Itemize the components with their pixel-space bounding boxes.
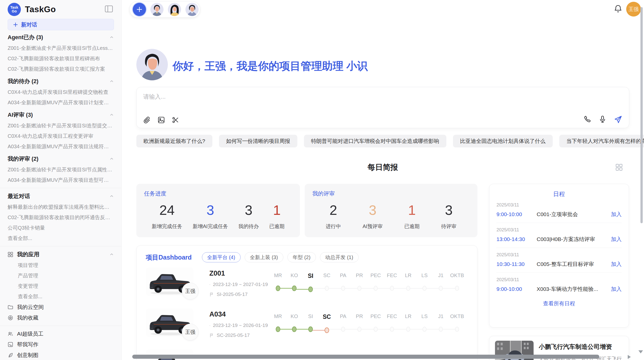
user-avatar[interactable]: 王强	[626, 2, 641, 17]
app-logo-icon: Task Go	[8, 3, 21, 16]
session-avatar-2[interactable]	[168, 3, 181, 16]
sidebar-item[interactable]: 公司Q3轻卡销量	[8, 223, 114, 233]
sidebar-item-feather-icon[interactable]: 创意制图	[8, 350, 114, 360]
sidebar-item[interactable]: 查看全部...	[8, 291, 114, 302]
schedule-time: 9:00-10:00	[496, 286, 537, 292]
project-row[interactable]: 王强 A034 2023-12-19 ~ 2026-01-19 SC-2025-…	[146, 307, 468, 344]
star-icon	[8, 315, 13, 321]
suggestion-chip[interactable]: 特朗普可能对进口汽车增税会对中国车企造成哪些影响	[304, 135, 446, 147]
session-avatar-1[interactable]	[150, 3, 164, 16]
sidebar-item-write-icon[interactable]: 帮我写作	[8, 339, 114, 350]
join-meeting-link[interactable]: 加入	[611, 236, 622, 243]
schedule-item: 2025/03/1113:00-14:30C003|H0B-方案冻结评审加入	[496, 223, 622, 248]
sidebar-section-header[interactable]: 我的待办 (2)	[8, 76, 114, 87]
project-row[interactable]: 王强 Z001 2023-12-19 ~ 2027-01-19 SI-2025-…	[146, 266, 468, 303]
new-session-button[interactable]	[133, 3, 146, 16]
sidebar-item[interactable]: 解释最新出台的欧盟报废车法规再生塑料比例被调至15%...	[8, 202, 114, 212]
chat-input[interactable]	[143, 93, 550, 100]
sidebar-section-header[interactable]: 最近对话	[8, 191, 114, 202]
schedule-card: 日程 2025/03/119:00-10:00C001-立项审批会加入2025/…	[489, 184, 629, 327]
scroll-right-arrow-icon[interactable]	[628, 355, 631, 359]
image-icon[interactable]	[157, 116, 165, 124]
dashboard-filter-tab[interactable]: 动总开发 (1)	[320, 252, 359, 262]
schedule-time: 13:00-14:30	[496, 236, 537, 242]
project-dates: 2023-12-19 ~ 2026-01-19	[213, 323, 268, 328]
greeting-text: 你好，王强，我是你的项目管理助理 小识	[172, 59, 368, 73]
milestone-dot-pending	[357, 286, 361, 291]
sidebar-item[interactable]: A034-全新新能源MUV产品开发项目造型可行性评审	[8, 175, 114, 185]
milestone-MR: MR	[270, 273, 286, 292]
sidebar-item[interactable]: Z001-全新燃油轻卡产品开发项目SI造型提交物评审	[8, 121, 114, 131]
suggestion-chip[interactable]: 如何写一份清晰的项目周报	[219, 135, 297, 147]
plus-icon	[13, 22, 18, 27]
attachment-icon[interactable]	[143, 116, 151, 124]
milestone-dot-pending	[422, 286, 427, 291]
session-avatar-3[interactable]	[185, 3, 199, 16]
schedule-date: 2025/03/11	[496, 277, 622, 282]
task-progress-stats: 24新增完成任务3新增AI完成任务3我的待办1已逾期	[144, 202, 292, 230]
sidebar-section-header[interactable]: Agent已办 (3)	[8, 32, 114, 43]
milestone-LS: LS	[416, 313, 433, 333]
assistant-avatar	[136, 49, 168, 80]
milestone-PEC: PEC	[368, 313, 384, 333]
divider	[0, 246, 121, 246]
milestone-J1: J1	[433, 313, 449, 333]
sidebar-section-header[interactable]: 我的应用	[8, 249, 114, 260]
sidebar-item[interactable]: 查看全部...	[8, 233, 114, 244]
milestone-J1: J1	[433, 273, 449, 292]
sidebar-item[interactable]: Z001-全新燃油轻卡产品开发项目SI节点属性5D文件评审	[8, 164, 114, 175]
sidebar-item[interactable]: C0X4-动力总成开发项目工程变更评审	[8, 131, 114, 141]
sidebar-item[interactable]: C0X4-动力总成开发项目SI里程碑提交物检查	[8, 87, 114, 97]
view-all-schedule-link[interactable]: 查看所有日程	[543, 300, 575, 307]
sidebar-item-folder-icon[interactable]: 我的云空间	[8, 302, 114, 312]
sidebar-item[interactable]: 变更管理	[8, 281, 114, 291]
schedule-event-name: X003-车辆动力学性能验...	[537, 286, 611, 293]
feather-icon	[8, 352, 13, 358]
schedule-item: 2025/03/119:00-10:00X003-车辆动力学性能验...加入	[496, 273, 622, 297]
milestone-chain: MRKOSISCPAPRPECFECLRLSJ1OKTB	[270, 273, 465, 292]
sidebar-item[interactable]: A034-全新新能源MUV产品开发项目法规符合性评审	[8, 141, 114, 152]
send-icon[interactable]	[614, 115, 622, 124]
suggestion-chip[interactable]: 当下年轻人对汽车外观有怎样的喜好趋势	[559, 135, 644, 147]
sidebar-item[interactable]: A034-全新新能源MUV产品开发项目计划变更表编写	[8, 97, 114, 108]
new-chat-button[interactable]: 新对话	[8, 19, 114, 30]
notification-bell-icon[interactable]	[613, 4, 623, 13]
session-switcher	[129, 1, 200, 18]
sidebar-item[interactable]: Z001-全新燃油皮卡产品开发项目SI节点Lesson Learn报告	[8, 43, 114, 53]
project-owner-badge: 王强	[182, 283, 199, 299]
sidebar-section-header[interactable]: 我的评审 (2)	[8, 153, 114, 164]
milestone-PEC: PEC	[368, 273, 384, 292]
microphone-icon[interactable]	[598, 115, 607, 124]
milestone-dot-done	[308, 287, 313, 292]
suggestion-chip[interactable]: 欧洲新规最近颁布了什么?	[136, 135, 212, 147]
layout-grid-icon[interactable]	[615, 163, 623, 171]
milestone-dot-pending	[357, 327, 361, 332]
suggestion-chip[interactable]: 比亚迪全固态电池计划具体说了什么	[453, 135, 553, 147]
divider	[0, 188, 121, 188]
dashboard-header: 项目Dashboard 全新平台 (4)全新上装 (3)年型 (2)动总开发 (…	[146, 252, 468, 262]
sidebar-item[interactable]: C02-飞腾新能源轻客改款项目立项汇报方案	[8, 64, 114, 74]
sidebar-item[interactable]: 产品管理	[8, 271, 114, 281]
milestone-dot-pending	[439, 327, 443, 332]
sidebar-item[interactable]: 项目管理	[8, 260, 114, 271]
sidebar-item-people-icon[interactable]: AI超级员工	[8, 328, 114, 339]
scroll-down-arrow-icon[interactable]	[638, 350, 643, 353]
join-meeting-link[interactable]: 加入	[611, 261, 622, 268]
dashboard-filter-tab[interactable]: 全新上装 (3)	[245, 252, 283, 262]
milestone-LR: LR	[400, 273, 416, 292]
vertical-scrollbar[interactable]	[640, 7, 643, 223]
sidebar-section-header[interactable]: AI评审 (3)	[8, 109, 114, 121]
join-meeting-link[interactable]: 加入	[611, 286, 622, 293]
sidebar-item[interactable]: C02-飞腾新能源轻客改款项目的闭环通告反馈情况	[8, 212, 114, 223]
join-meeting-link[interactable]: 加入	[611, 211, 622, 218]
horizontal-scrollbar[interactable]	[132, 355, 599, 359]
milestone-SC: SC	[319, 313, 335, 333]
scissors-icon[interactable]	[172, 116, 179, 124]
sidebar-collapse-icon[interactable]	[105, 5, 113, 13]
dashboard-filter-tab[interactable]: 全新平台 (4)	[202, 252, 241, 262]
dashboard-filter-tab[interactable]: 年型 (2)	[287, 252, 316, 262]
sidebar-item-star-icon[interactable]: 我的收藏	[8, 312, 114, 323]
sidebar-item[interactable]: C02-飞腾新能源轻客改款项目里程碑画布	[8, 53, 114, 64]
phone-call-icon[interactable]	[583, 115, 591, 124]
stat: 3新增AI完成任务	[193, 202, 228, 230]
